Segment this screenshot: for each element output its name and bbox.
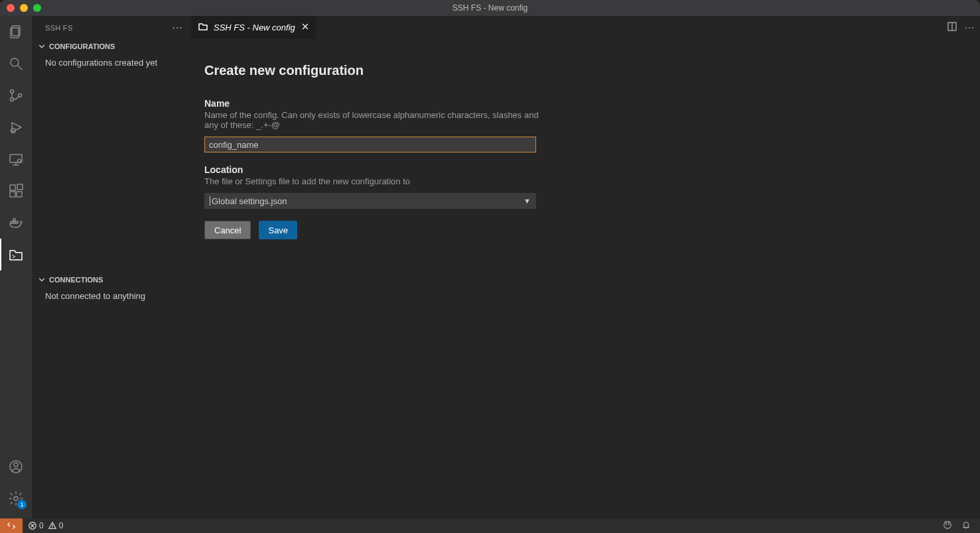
chevron-down-icon: [37, 42, 46, 51]
activity-bar: >_ 1: [0, 16, 32, 518]
section-header-configurations[interactable]: CONFIGURATIONS: [32, 39, 190, 54]
accounts-icon[interactable]: [0, 451, 32, 483]
dropdown-arrow-icon: ▼: [524, 197, 531, 205]
field-desc-location: The file or Settings file to add the new…: [204, 176, 549, 186]
svg-point-2: [11, 58, 19, 66]
section-label-connections: CONNECTIONS: [49, 276, 103, 284]
svg-rect-13: [10, 185, 15, 190]
window-close-button[interactable]: [7, 4, 15, 12]
search-icon[interactable]: [0, 48, 32, 80]
title-bar: SSH FS - New config: [0, 0, 980, 16]
location-selected-value: Global settings.json: [212, 196, 287, 206]
extensions-icon[interactable]: [0, 175, 32, 207]
remote-explorer-icon[interactable]: [0, 143, 32, 175]
svg-line-3: [18, 66, 22, 70]
save-button[interactable]: Save: [259, 221, 297, 239]
sidebar: SSH FS ⋯ CONFIGURATIONS No configuration…: [32, 16, 191, 518]
page-title: Create new configuration: [204, 63, 980, 78]
settings-gear-icon[interactable]: 1: [0, 483, 32, 514]
svg-point-36: [946, 524, 947, 524]
docker-icon[interactable]: [0, 207, 32, 239]
location-select[interactable]: Global settings.json ▼: [204, 193, 536, 209]
svg-rect-20: [13, 219, 15, 221]
window-zoom-button[interactable]: [33, 4, 41, 12]
section-label-configurations: CONFIGURATIONS: [49, 42, 115, 50]
notifications-bell-icon[interactable]: [961, 520, 971, 532]
cancel-button[interactable]: Cancel: [204, 221, 251, 239]
chevron-down-icon: [37, 275, 46, 284]
field-label-location: Location: [204, 164, 549, 175]
svg-text:>_: >_: [12, 253, 19, 260]
svg-point-12: [18, 160, 21, 163]
explorer-icon[interactable]: [0, 16, 32, 48]
connections-empty-text: Not connected to anything: [32, 287, 190, 308]
remote-indicator[interactable]: [0, 518, 23, 533]
warning-icon: [48, 521, 57, 530]
svg-marker-7: [12, 123, 21, 132]
svg-point-35: [944, 521, 951, 528]
settings-badge: 1: [17, 500, 27, 509]
svg-point-23: [14, 463, 18, 467]
svg-rect-9: [10, 154, 22, 162]
status-warnings[interactable]: 0: [48, 521, 64, 530]
sidebar-more-icon[interactable]: ⋯: [172, 23, 182, 33]
tab-sshfs-new-config[interactable]: SSH FS - New config: [191, 16, 317, 39]
sshfs-icon[interactable]: >_: [0, 239, 32, 270]
configurations-empty-text: No configurations created yet: [32, 54, 190, 272]
editor-more-icon[interactable]: ⋯: [964, 23, 975, 33]
run-debug-icon[interactable]: [0, 111, 32, 143]
folder-icon: [198, 21, 208, 34]
status-error-count: 0: [39, 521, 44, 530]
tab-close-icon[interactable]: [301, 22, 310, 33]
svg-point-24: [14, 497, 18, 501]
svg-point-37: [948, 524, 949, 524]
svg-rect-18: [13, 221, 15, 223]
tab-bar: SSH FS - New config ⋯: [191, 16, 980, 39]
status-warning-count: 0: [59, 521, 64, 530]
svg-rect-15: [17, 192, 22, 197]
config-name-input[interactable]: [204, 137, 536, 152]
status-bar: 0 0: [0, 518, 980, 533]
svg-rect-16: [17, 184, 23, 190]
field-desc-name: Name of the config. Can only exists of l…: [204, 110, 549, 130]
field-label-name: Name: [204, 98, 549, 109]
svg-rect-14: [10, 192, 15, 197]
tab-label: SSH FS - New config: [214, 23, 295, 32]
section-header-connections[interactable]: CONNECTIONS: [32, 272, 190, 287]
split-editor-icon[interactable]: [947, 21, 957, 34]
feedback-icon[interactable]: [943, 520, 952, 532]
window-minimize-button[interactable]: [20, 4, 28, 12]
error-icon: [28, 521, 37, 530]
svg-rect-17: [11, 221, 13, 223]
source-control-icon[interactable]: [0, 80, 32, 111]
sidebar-title: SSH FS: [45, 24, 73, 32]
editor-content: Create new configuration Name Name of th…: [191, 39, 980, 518]
window-title: SSH FS - New config: [0, 3, 980, 13]
svg-rect-19: [16, 221, 18, 223]
status-errors[interactable]: 0: [28, 521, 44, 530]
